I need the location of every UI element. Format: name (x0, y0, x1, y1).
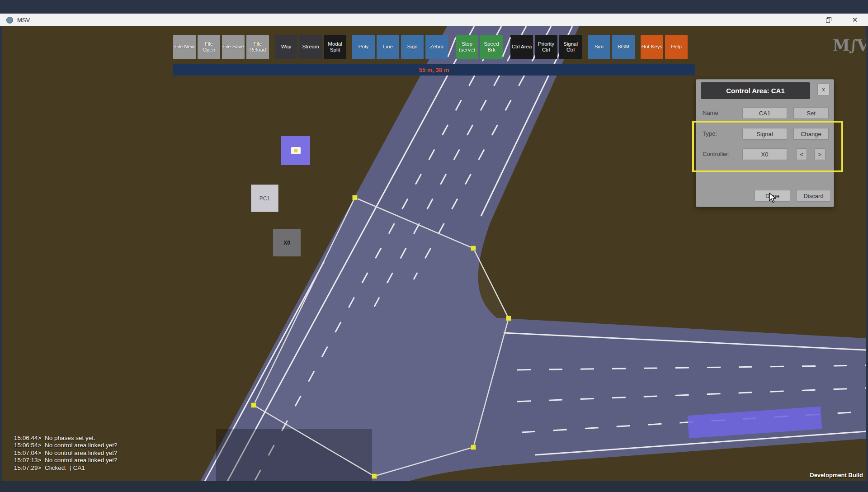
signal-controller-label: X0 (283, 240, 290, 246)
main-toolbar: File New File Open File Save File Reload… (173, 35, 688, 59)
zebra-button[interactable]: Zebra (425, 35, 448, 59)
dev-build-label: Development Build (810, 472, 863, 478)
log-line: 15:06:54> No control area linked yet? (14, 442, 118, 449)
control-area-vertex[interactable] (353, 195, 358, 200)
maximize-button[interactable] (816, 14, 842, 26)
stream-button[interactable]: Stream (299, 35, 322, 59)
app-window: MSV – ✕ (0, 0, 868, 492)
control-area-vertex[interactable] (251, 403, 256, 408)
map-canvas[interactable]: PC1 X0 File New File Open File Save File… (2, 26, 866, 481)
way-button[interactable]: Way (275, 35, 297, 59)
signal-ctrl-button[interactable]: Signal Ctrl (559, 35, 582, 59)
signal-marker[interactable] (281, 136, 310, 165)
sim-button[interactable]: Sim (588, 35, 610, 59)
measure-text: 55 m, 38 m (419, 66, 449, 73)
change-button[interactable]: Change (793, 128, 829, 140)
file-open-button[interactable]: File Open (198, 35, 220, 59)
dialog-title: Control Area: CA1 (701, 82, 810, 99)
log-line: 15:07:29> Clicked: | CA1 (14, 464, 118, 472)
name-label: Name (703, 109, 718, 116)
help-button[interactable]: Help (665, 35, 688, 59)
modal-split-button[interactable]: Modal Split (324, 35, 346, 59)
done-button[interactable]: Done (755, 190, 790, 202)
msv-logo: M∫V (833, 36, 866, 54)
signal-dot-icon (294, 149, 297, 152)
ctrl-area-button[interactable]: Ctrl Area (510, 35, 533, 59)
bgm-button[interactable]: BGM (612, 35, 635, 59)
network-group: Way Stream Modal Split (275, 35, 346, 59)
file-reload-button[interactable]: File Reload (246, 35, 269, 59)
sign-button[interactable]: Sign (401, 35, 424, 59)
dialog-close-button[interactable]: x (817, 83, 830, 95)
file-new-button[interactable]: File New (173, 35, 196, 59)
log-line: 15:07:13> No control area linked yet? (14, 457, 118, 464)
control-group: Ctrl Area Priority Ctrl Signal Ctrl (510, 35, 582, 59)
log-console: 15:06:44> No phases set yet. 15:06:54> N… (14, 435, 118, 472)
hot-keys-button[interactable]: Hot Keys (641, 35, 663, 59)
type-label: Type: (703, 130, 717, 137)
signal-icon (291, 147, 301, 154)
file-group: File New File Open File Save File Reload (173, 35, 269, 59)
speed-brk-button[interactable]: Speed Brk (480, 35, 503, 59)
priority-ctrl-button[interactable]: Priority Ctrl (535, 35, 557, 59)
controller-field[interactable]: X0 (742, 148, 787, 160)
traffic-group: Stop (serve) Speed Brk (456, 35, 503, 59)
window-controls: – ✕ (789, 14, 868, 26)
title-bar: MSV – ✕ (0, 14, 868, 26)
control-area-vertex[interactable] (506, 316, 511, 321)
measure-bar: 55 m, 38 m (173, 64, 695, 76)
sim-group: Sim BGM (588, 35, 635, 59)
controller-next-button[interactable]: > (814, 148, 826, 160)
controller-prev-button[interactable]: < (796, 148, 807, 160)
signal-controller-marker[interactable]: X0 (273, 229, 301, 256)
log-line: 15:07:04> No control area linked yet? (14, 449, 118, 457)
help-group: Hot Keys Help (641, 35, 688, 59)
draw-group: Poly Line Sign Zebra (352, 35, 448, 59)
separator-slash (502, 37, 511, 57)
control-area-dialog: Control Area: CA1 x Name CA1 Set Type: S… (696, 79, 834, 207)
separator-slash (447, 37, 456, 57)
file-save-button[interactable]: File Save (222, 35, 245, 59)
priority-controller-label: PC1 (259, 195, 270, 202)
type-field[interactable]: Signal (742, 128, 787, 140)
control-area-vertex[interactable] (372, 474, 377, 479)
poly-button[interactable]: Poly (352, 35, 375, 59)
stop-serve-button[interactable]: Stop (serve) (456, 35, 478, 59)
app-icon (6, 17, 13, 24)
restore-icon (826, 17, 832, 23)
set-button[interactable]: Set (793, 107, 829, 119)
close-icon: ✕ (852, 16, 858, 24)
window-title: MSV (17, 17, 30, 24)
minimize-icon: – (801, 16, 804, 24)
minimize-button[interactable]: – (789, 14, 816, 26)
priority-controller-marker[interactable]: PC1 (251, 184, 278, 212)
close-button[interactable]: ✕ (842, 14, 868, 26)
log-line: 15:06:44> No phases set yet. (14, 435, 118, 442)
bottom-strip (0, 481, 868, 492)
name-field[interactable]: CA1 (742, 107, 787, 119)
controller-label: Controller: (703, 151, 730, 157)
control-area-vertex[interactable] (471, 246, 476, 251)
line-button[interactable]: Line (377, 35, 399, 59)
control-area-vertex[interactable] (471, 445, 476, 450)
discard-button[interactable]: Discard (796, 190, 831, 202)
